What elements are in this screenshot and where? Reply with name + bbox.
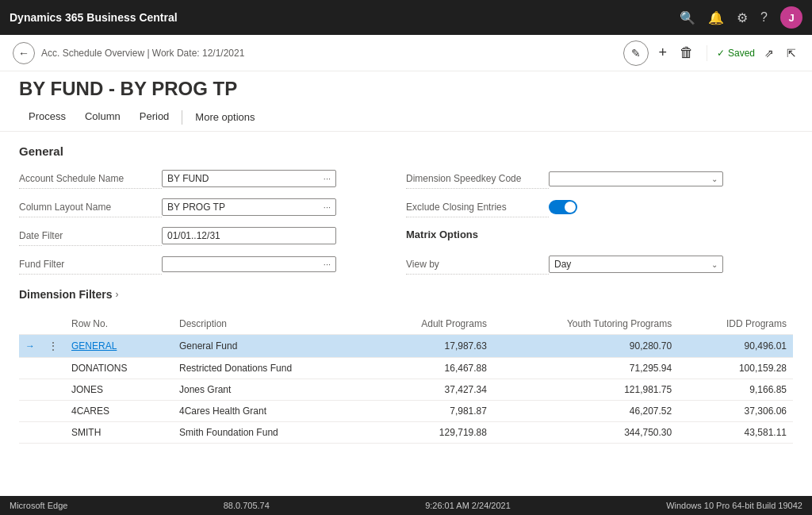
dimension-speedkey-chevron-icon: ⌄ [711, 175, 718, 183]
row-no-cell: SMITH [65, 422, 173, 444]
fund-filter-input[interactable]: ··· [162, 256, 336, 272]
date-filter-field: Date Filter 01/01..12/31 [19, 225, 406, 247]
col2-cell: 71,295.94 [493, 358, 678, 379]
table-row[interactable]: JONES Jones Grant 37,427.34 121,981.75 9… [19, 379, 793, 401]
row-arrow-icon: → [19, 335, 41, 358]
row-no-link[interactable]: GENERAL [71, 340, 117, 352]
row-arrow-icon [19, 379, 41, 401]
row-no-cell[interactable]: GENERAL [65, 335, 173, 358]
open-external-button[interactable]: ⇗ [761, 44, 777, 63]
dimension-filters-label: Dimension Filters [19, 288, 112, 301]
top-bar: Dynamics 365 Business Central 🔍 🔔 ⚙ ? J [0, 0, 812, 35]
account-schedule-name-label: Account Schedule Name [19, 169, 162, 189]
col-youth-tutoring: Youth Tutoring Programs [493, 313, 678, 335]
page-toolbar: ← Acc. Schedule Overview | Work Date: 12… [0, 35, 812, 71]
column-layout-ellipsis-icon[interactable]: ··· [324, 202, 331, 212]
toolbar-separator [707, 45, 707, 61]
exclude-closing-field: Exclude Closing Entries [406, 196, 793, 218]
dimension-filters-section[interactable]: Dimension Filters › [19, 288, 793, 301]
gear-icon[interactable]: ⚙ [737, 10, 748, 25]
account-schedule-ellipsis-icon[interactable]: ··· [324, 174, 331, 183]
account-schedule-name-value: BY FUND ··· [162, 170, 406, 187]
col3-cell: 43,581.11 [678, 422, 793, 444]
col2-cell: 46,207.52 [493, 401, 678, 422]
toggle-knob [565, 202, 576, 213]
col1-cell: 37,427.34 [370, 379, 493, 401]
view-by-field: View by Day ⌄ [406, 253, 793, 275]
view-by-value: Day ⌄ [549, 256, 793, 273]
row-menu-icon[interactable] [41, 401, 65, 422]
column-layout-name-input[interactable]: BY PROG TP ··· [162, 198, 336, 216]
delete-button[interactable]: 🗑 [676, 41, 697, 64]
row-menu-icon[interactable] [41, 379, 65, 401]
description-cell: 4Cares Health Grant [173, 401, 370, 422]
fund-filter-ellipsis-icon[interactable]: ··· [324, 259, 331, 269]
date-filter-label: Date Filter [19, 226, 162, 246]
user-avatar[interactable]: J [780, 6, 802, 29]
dimension-speedkey-dropdown[interactable]: ⌄ [549, 171, 723, 186]
form-grid: Account Schedule Name BY FUND ··· Column… [19, 167, 793, 275]
help-icon[interactable]: ? [760, 10, 768, 25]
column-layout-name-value: BY PROG TP ··· [162, 198, 406, 216]
date-filter-value: 01/01..12/31 [162, 227, 406, 244]
col1-cell: 17,987.63 [370, 335, 493, 358]
breadcrumb: Acc. Schedule Overview | Work Date: 12/1… [41, 48, 617, 59]
column-layout-name-label: Column Layout Name [19, 198, 162, 217]
tab-period[interactable]: Period [130, 103, 179, 132]
col2-cell: 121,981.75 [493, 379, 678, 401]
table-row[interactable]: 4CARES 4Cares Health Grant 7,981.87 46,2… [19, 401, 793, 422]
col-menu [41, 313, 65, 335]
col2-cell: 90,280.70 [493, 335, 678, 358]
tab-process[interactable]: Process [19, 103, 75, 132]
collapse-button[interactable]: ⇱ [783, 44, 799, 63]
general-section-title: General [19, 144, 793, 158]
column-layout-name-field: Column Layout Name BY PROG TP ··· [19, 196, 406, 218]
row-no-cell: DONATIONS [65, 358, 173, 379]
row-no-cell: 4CARES [65, 401, 173, 422]
dimension-speedkey-label: Dimension Speedkey Code [406, 169, 549, 189]
date-filter-input[interactable]: 01/01..12/31 [162, 227, 336, 244]
row-menu-icon[interactable] [41, 422, 65, 444]
saved-indicator: ✓ Saved [717, 48, 755, 59]
exclude-closing-toggle[interactable] [549, 200, 577, 214]
status-version: 88.0.705.74 [224, 501, 270, 510]
account-schedule-name-input[interactable]: BY FUND ··· [162, 170, 336, 187]
top-bar-icons: 🔍 🔔 ⚙ ? J [680, 6, 802, 29]
tab-more-options[interactable]: More options [186, 103, 264, 132]
search-icon[interactable]: 🔍 [680, 10, 695, 25]
table-row[interactable]: SMITH Smith Foundation Fund 129,719.88 3… [19, 422, 793, 444]
tab-divider [182, 110, 182, 125]
form-right-column: Dimension Speedkey Code ⌄ Exclude Closin… [406, 167, 793, 275]
fund-filter-field: Fund Filter ··· [19, 253, 406, 275]
row-arrow-icon [19, 422, 41, 444]
tab-bar: Process Column Period More options [0, 103, 812, 132]
tab-column[interactable]: Column [75, 103, 130, 132]
view-by-chevron-icon: ⌄ [711, 260, 718, 269]
account-schedule-name-field: Account Schedule Name BY FUND ··· [19, 167, 406, 190]
row-menu-icon[interactable]: ⋮ [41, 335, 65, 358]
dimension-speedkey-value: ⌄ [549, 171, 793, 186]
col-row-no: Row No. [65, 313, 173, 335]
col-idd-programs: IDD Programs [678, 313, 793, 335]
view-by-dropdown[interactable]: Day ⌄ [549, 256, 723, 273]
col1-cell: 129,719.88 [370, 422, 493, 444]
back-button[interactable]: ← [13, 42, 35, 64]
col3-cell: 9,166.85 [678, 379, 793, 401]
matrix-options-title: Matrix Options [406, 229, 478, 240]
col1-cell: 7,981.87 [370, 401, 493, 422]
dimension-speedkey-field: Dimension Speedkey Code ⌄ [406, 167, 793, 190]
page-title: BY FUND - BY PROG TP [19, 78, 793, 103]
table-row[interactable]: DONATIONS Restricted Donations Fund 16,4… [19, 358, 793, 379]
form-left-column: Account Schedule Name BY FUND ··· Column… [19, 167, 406, 275]
add-button[interactable]: + [655, 41, 670, 64]
matrix-options-header: Matrix Options [406, 225, 793, 247]
bell-icon[interactable]: 🔔 [708, 10, 724, 25]
description-cell: Jones Grant [173, 379, 370, 401]
edit-button[interactable]: ✎ [623, 40, 649, 66]
description-cell: Restricted Donations Fund [173, 358, 370, 379]
col-description: Description [173, 313, 370, 335]
table-row[interactable]: → ⋮ GENERAL General Fund 17,987.63 90,28… [19, 335, 793, 358]
col3-cell: 90,496.01 [678, 335, 793, 358]
row-menu-icon[interactable] [41, 358, 65, 379]
dimension-filters-chevron-icon: › [115, 289, 118, 300]
